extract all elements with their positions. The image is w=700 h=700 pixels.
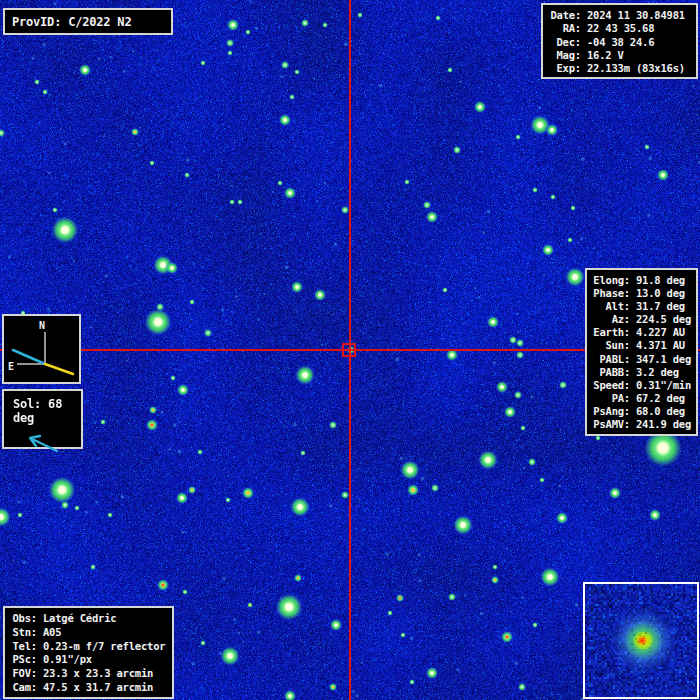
info-value: Latgé Cédric: [43, 612, 116, 626]
info-value: -04 38 24.6: [587, 36, 654, 49]
info-row: PSc:0.91"/px: [10, 653, 167, 667]
info-value: 0.31"/min: [636, 379, 691, 392]
info-row: RA:22 43 35.68: [548, 22, 691, 35]
comet-zoom-image: [585, 584, 697, 697]
info-row: Date:2024 11 30.84981: [548, 9, 691, 22]
info-row: Az:224.5 deg: [590, 313, 693, 326]
info-value: A05: [43, 626, 61, 640]
info-value: 16.2 V: [587, 49, 624, 62]
info-row: PsAng:68.0 deg: [590, 405, 693, 418]
compass-sun-vector: [45, 364, 73, 374]
info-label: Az:: [590, 313, 630, 326]
info-value: 3.2 deg: [636, 366, 679, 379]
sol-direction-arrow: [4, 425, 81, 455]
info-label: Speed:: [590, 379, 630, 392]
info-row: PsAMV:241.9 deg: [590, 418, 693, 431]
compass-diagram: N E: [4, 316, 79, 382]
comet-zoom-inset: [583, 582, 699, 699]
info-label: Phase:: [590, 287, 630, 300]
info-label: PsAng:: [590, 405, 630, 418]
info-row: PABL:347.1 deg: [590, 353, 693, 366]
info-row: Elong:91.8 deg: [590, 274, 693, 287]
info-value: 4.371 AU: [636, 339, 685, 352]
info-value: 4.227 AU: [636, 326, 685, 339]
info-row: Cam:47.5 x 31.7 arcmin: [10, 681, 167, 695]
info-row: PA:67.2 deg: [590, 392, 693, 405]
info-label: Stn:: [10, 626, 37, 640]
info-row: Exp:22.133m (83x16s): [548, 62, 691, 75]
sol-angle-text: Sol: 68 deg: [4, 391, 81, 425]
info-row: Mag:16.2 V: [548, 49, 691, 62]
info-row: Earth:4.227 AU: [590, 326, 693, 339]
info-row: Obs:Latgé Cédric: [10, 612, 167, 626]
info-label: Alt:: [590, 300, 630, 313]
info-value: 91.8 deg: [636, 274, 685, 287]
info-label: RA:: [548, 22, 581, 35]
info-label: Elong:: [590, 274, 630, 287]
info-row: Sun:4.371 AU: [590, 339, 693, 352]
info-label: PABB:: [590, 366, 630, 379]
provid-panel: ProvID: C/2022 N2: [3, 8, 173, 35]
info-value: 347.1 deg: [636, 353, 691, 366]
observer-info-panel: Obs:Latgé CédricStn:A05Tel:0.23-m f/7 re…: [3, 606, 174, 699]
info-value: 67.2 deg: [636, 392, 685, 405]
comet-target-marker: [342, 343, 356, 357]
compass-east-label: E: [8, 361, 14, 372]
info-value: 47.5 x 31.7 arcmin: [43, 681, 153, 695]
info-label: Tel:: [10, 640, 37, 654]
info-value: 0.23-m f/7 reflector: [43, 640, 165, 654]
info-row: Alt:31.7 deg: [590, 300, 693, 313]
sol-arrow-icon: [30, 436, 57, 451]
info-value: 0.91"/px: [43, 653, 92, 667]
info-label: Mag:: [548, 49, 581, 62]
info-label: Exp:: [548, 62, 581, 75]
info-label: Sun:: [590, 339, 630, 352]
ephemeris-panel: Elong:91.8 degPhase:13.0 degAlt:31.7 deg…: [585, 268, 698, 436]
observation-info-panel: Date:2024 11 30.84981RA:22 43 35.68Dec:-…: [541, 3, 698, 79]
info-row: Stn:A05: [10, 626, 167, 640]
provid-value: C/2022 N2: [68, 15, 131, 29]
info-value: 2024 11 30.84981: [587, 9, 685, 22]
info-label: Obs:: [10, 612, 37, 626]
info-row: FOV:23.3 x 23.3 arcmin: [10, 667, 167, 681]
info-label: PA:: [590, 392, 630, 405]
info-row: Tel:0.23-m f/7 reflector: [10, 640, 167, 654]
info-label: PSc:: [10, 653, 37, 667]
provid-label: ProvID:: [12, 15, 61, 29]
info-value: 22 43 35.68: [587, 22, 654, 35]
info-label: PABL:: [590, 353, 630, 366]
info-value: 241.9 deg: [636, 418, 691, 431]
info-row: Phase:13.0 deg: [590, 287, 693, 300]
info-value: 68.0 deg: [636, 405, 685, 418]
info-label: FOV:: [10, 667, 37, 681]
info-value: 31.7 deg: [636, 300, 685, 313]
info-value: 22.133m (83x16s): [587, 62, 685, 75]
astrometry-view: ProvID: C/2022 N2 Date:2024 11 30.84981R…: [0, 0, 700, 700]
compass-north-label: N: [39, 320, 45, 331]
info-label: PsAMV:: [590, 418, 630, 431]
info-label: Cam:: [10, 681, 37, 695]
info-value: 224.5 deg: [636, 313, 691, 326]
compass-motion-vector: [13, 350, 45, 364]
compass-panel: N E: [2, 314, 81, 384]
info-row: Speed:0.31"/min: [590, 379, 693, 392]
info-label: Dec:: [548, 36, 581, 49]
info-label: Earth:: [590, 326, 630, 339]
info-value: 23.3 x 23.3 arcmin: [43, 667, 153, 681]
solar-direction-panel: Sol: 68 deg: [2, 389, 83, 449]
info-row: Dec:-04 38 24.6: [548, 36, 691, 49]
info-label: Date:: [548, 9, 581, 22]
info-row: PABB:3.2 deg: [590, 366, 693, 379]
info-value: 13.0 deg: [636, 287, 685, 300]
